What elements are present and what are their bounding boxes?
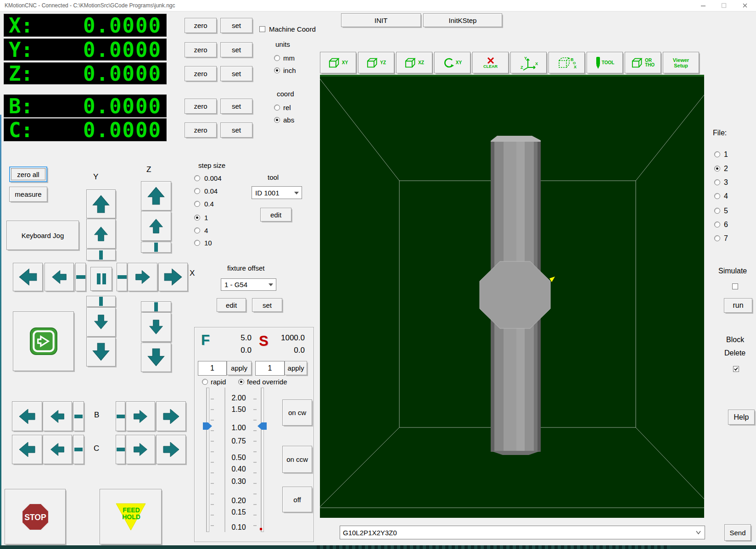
fixture-offset-dropdown[interactable]: 1 - G54	[221, 278, 276, 291]
set-b-button[interactable]: set	[220, 99, 252, 114]
jog-c-minus-step-button[interactable]	[73, 435, 84, 464]
view-xz-button[interactable]: XZ	[396, 52, 432, 73]
spindle-on-cw-button[interactable]: on cw	[282, 399, 312, 426]
jog-x-plus-fast-button[interactable]	[158, 263, 188, 291]
file-5-radio[interactable]	[714, 208, 720, 214]
step-size-4-radio[interactable]	[194, 227, 200, 233]
units-inch-radio[interactable]	[274, 67, 280, 73]
jog-z-minus-button[interactable]	[141, 312, 171, 342]
clear-button[interactable]: CLEAR	[472, 52, 509, 73]
file-1-radio[interactable]	[714, 151, 720, 157]
jog-x-plus-button[interactable]	[128, 263, 157, 291]
spindle-override-slider[interactable]	[261, 388, 264, 532]
block-delete-checkbox[interactable]	[733, 366, 739, 372]
file-3-radio[interactable]	[714, 179, 720, 185]
zero-y-button[interactable]: zero	[185, 42, 217, 57]
spindle-apply-button[interactable]: apply	[285, 361, 307, 375]
zero-z-button[interactable]: zero	[185, 66, 217, 81]
jog-x-minus-fast-button[interactable]	[13, 263, 43, 291]
zero-x-button[interactable]: zero	[185, 18, 217, 33]
file-2-radio[interactable]	[714, 166, 720, 172]
measure-button[interactable]: measure	[9, 187, 47, 202]
jog-c-minus-fast-button[interactable]	[12, 435, 42, 464]
fixture-set-button[interactable]: set	[252, 298, 282, 312]
jog-y-minus-button[interactable]	[86, 307, 116, 337]
file-7-radio[interactable]	[714, 235, 720, 241]
units-mm-radio[interactable]	[274, 55, 280, 61]
tool-edit-button[interactable]: edit	[260, 208, 291, 222]
jog-b-plus-fast-button[interactable]	[156, 401, 186, 431]
view-xy-button[interactable]: XY	[320, 52, 356, 73]
jog-y-minus-step-button[interactable]	[86, 296, 116, 307]
jog-y-minus-fast-button[interactable]	[86, 337, 116, 366]
jog-y-plus-step-button[interactable]	[86, 249, 116, 261]
show-axes-button[interactable]: Y Z X	[510, 52, 547, 73]
close-button[interactable]	[737, 0, 753, 11]
step-size-1-radio[interactable]	[194, 215, 200, 221]
jog-pause-button[interactable]	[90, 267, 112, 291]
jog-x-minus-button[interactable]	[45, 263, 74, 291]
stop-button[interactable]: STOP	[5, 489, 66, 544]
spindle-override-input[interactable]	[255, 361, 285, 376]
file-4-radio[interactable]	[714, 193, 720, 199]
feed-override-radio[interactable]	[238, 379, 244, 385]
jog-b-minus-step-button[interactable]	[73, 401, 84, 431]
fixture-edit-button[interactable]: edit	[217, 298, 246, 312]
init-button[interactable]: INIT	[341, 13, 421, 27]
jog-b-plus-step-button[interactable]	[116, 401, 125, 431]
tool-dropdown[interactable]: ID 1001	[252, 186, 302, 199]
rapid-radio[interactable]	[202, 379, 208, 385]
coord-rel-radio[interactable]	[274, 105, 280, 111]
minimize-button[interactable]	[695, 0, 711, 11]
jog-z-plus-step-button[interactable]	[141, 242, 171, 253]
jog-y-plus-fast-button[interactable]	[86, 189, 116, 218]
jog-x-minus-step-button[interactable]	[75, 263, 86, 291]
set-y-button[interactable]: set	[220, 42, 252, 57]
feed-override-input[interactable]	[198, 361, 227, 376]
jog-c-plus-button[interactable]	[126, 435, 155, 464]
simulate-checkbox[interactable]	[732, 283, 738, 289]
file-6-radio[interactable]	[714, 222, 720, 227]
zero-b-button[interactable]: zero	[185, 99, 217, 114]
rotate-xy-button[interactable]: XY	[434, 52, 470, 73]
jog-z-minus-step-button[interactable]	[141, 301, 171, 312]
jog-c-plus-fast-button[interactable]	[156, 435, 186, 464]
set-z-button[interactable]: set	[220, 66, 252, 81]
initkstep-button[interactable]: InitKStep	[423, 13, 502, 27]
jog-z-plus-button[interactable]	[141, 211, 171, 241]
jog-b-minus-button[interactable]	[43, 401, 72, 431]
show-tool-button[interactable]: TOOL	[587, 52, 623, 73]
go-button[interactable]	[13, 311, 74, 371]
jog-c-plus-step-button[interactable]	[116, 435, 125, 464]
gcode-combobox[interactable]: G10L2P1X2Y3Z0	[340, 526, 705, 539]
jog-b-plus-button[interactable]	[126, 401, 155, 431]
keyboard-jog-button[interactable]: Keyboard Jog	[6, 221, 79, 250]
feed-hold-button[interactable]: FEED HOLD	[100, 489, 162, 544]
jog-z-plus-fast-button[interactable]	[141, 181, 171, 211]
ortho-button[interactable]: ORTHO	[625, 52, 661, 73]
viewer-setup-button[interactable]: ViewerSetup	[663, 52, 699, 73]
set-x-button[interactable]: set	[220, 18, 252, 33]
zero-all-button[interactable]: zero all	[9, 166, 47, 182]
set-c-button[interactable]: set	[220, 122, 252, 138]
step-size-10-radio[interactable]	[194, 240, 200, 246]
machine-coord-checkbox[interactable]	[259, 26, 265, 32]
spindle-on-ccw-button[interactable]: on ccw	[282, 446, 312, 473]
gcode-3d-viewport[interactable]	[320, 75, 704, 518]
help-button[interactable]: Help	[728, 410, 755, 425]
view-yz-button[interactable]: YZ	[358, 52, 394, 73]
feed-override-slider[interactable]	[206, 388, 209, 532]
send-button[interactable]: Send	[724, 524, 751, 541]
maximize-button[interactable]	[716, 0, 732, 11]
zero-c-button[interactable]: zero	[185, 122, 217, 138]
run-button[interactable]: run	[724, 298, 752, 313]
step-size-0.004-radio[interactable]	[194, 175, 200, 181]
jog-b-minus-fast-button[interactable]	[12, 401, 42, 431]
jog-c-minus-button[interactable]	[43, 435, 72, 464]
bounding-box-button[interactable]: B O X	[549, 52, 585, 73]
jog-x-plus-step-button[interactable]	[117, 263, 127, 291]
spindle-off-button[interactable]: off	[282, 487, 312, 512]
jog-y-plus-button[interactable]	[86, 219, 116, 249]
feed-apply-button[interactable]: apply	[227, 361, 252, 375]
jog-z-minus-fast-button[interactable]	[141, 343, 171, 372]
